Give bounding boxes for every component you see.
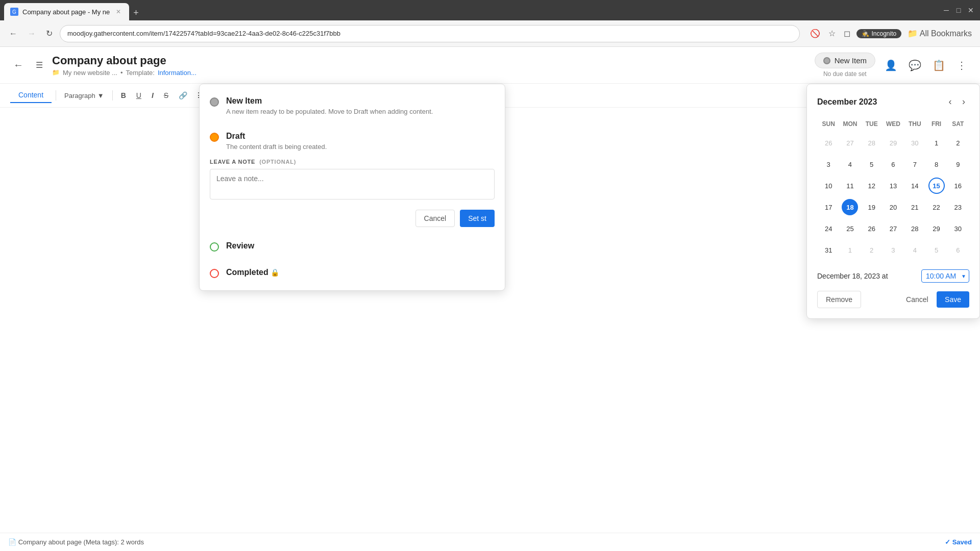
calendar-day[interactable]: 17 — [820, 199, 837, 215]
calendar-day[interactable]: 4 — [906, 242, 923, 258]
calendar-cell: 12 — [862, 176, 882, 196]
calendar-day[interactable]: 3 — [820, 156, 837, 172]
cancel-status-button[interactable]: Cancel — [415, 210, 455, 227]
task-icon-button[interactable]: 📋 — [929, 56, 948, 74]
calendar-day[interactable]: 5 — [864, 156, 880, 172]
calendar-cell: 15 — [926, 176, 946, 196]
active-tab[interactable]: G Company about page - My ne ✕ — [4, 3, 129, 20]
calendar-day[interactable]: 28 — [864, 135, 880, 151]
calendar-day[interactable]: 26 — [820, 135, 837, 151]
calendar-day[interactable]: 18 — [842, 199, 858, 215]
calendar-cell: 4 — [840, 154, 860, 174]
nav-bar: ← → ↻ moodjoy.gathercontent.com/item/174… — [0, 20, 980, 47]
calendar-day[interactable]: 11 — [842, 178, 858, 194]
calendar-cell: 9 — [948, 154, 968, 174]
calendar-day[interactable]: 6 — [950, 242, 966, 258]
hamburger-menu-button[interactable]: ☰ — [33, 57, 46, 73]
calendar-day[interactable]: 23 — [950, 199, 966, 215]
calendar-day[interactable]: 6 — [885, 156, 901, 172]
calendar-day[interactable]: 1 — [928, 135, 945, 151]
status-badge[interactable]: New Item — [815, 53, 875, 68]
address-bar[interactable]: moodjoy.gathercontent.com/item/17422574?… — [60, 25, 800, 42]
calendar-cell: 2 — [948, 133, 968, 153]
status-area: New Item No due date set — [815, 53, 875, 78]
new-tab-button[interactable]: + — [129, 6, 143, 20]
calendar-cell: 29 — [926, 218, 946, 239]
day-sun: SUN — [818, 118, 839, 132]
incognito-badge[interactable]: 🕵 Incognito — [856, 29, 901, 38]
calendar-day[interactable]: 27 — [885, 220, 901, 237]
calendar-day[interactable]: 10 — [820, 178, 837, 194]
forward-button[interactable]: → — [24, 26, 39, 41]
due-date-label[interactable]: No due date set — [823, 70, 867, 78]
calendar-cell: 13 — [883, 176, 903, 196]
maximize-button[interactable]: □ — [953, 5, 964, 15]
note-input[interactable] — [210, 169, 495, 199]
status-option-new-item[interactable]: New Item A new item ready to be populate… — [200, 88, 505, 123]
status-option-completed[interactable]: Completed 🔒 — [200, 260, 505, 286]
calendar-cell: 8 — [926, 154, 946, 174]
calendar-cell: 5 — [862, 154, 882, 174]
calendar-day[interactable]: 27 — [842, 135, 858, 151]
comment-icon-button[interactable]: 💬 — [905, 56, 924, 74]
time-select[interactable]: 10:00 AM 10:30 AM 11:00 AM 11:30 AM 12:0… — [921, 269, 969, 283]
calendar-day[interactable]: 16 — [950, 178, 966, 194]
status-option-review[interactable]: Review — [200, 233, 505, 260]
calendar-cell: 10 — [818, 176, 839, 196]
bookmark-icon[interactable]: ☆ — [826, 27, 838, 40]
calendar-day[interactable]: 30 — [950, 220, 966, 237]
calendar-day[interactable]: 12 — [864, 178, 880, 194]
status-option-draft[interactable]: Draft The content draft is being created… — [200, 123, 505, 159]
tab-close-button[interactable]: ✕ — [114, 7, 123, 16]
calendar-week-row: 10111213141516 — [818, 176, 968, 196]
save-calendar-button[interactable]: Save — [937, 291, 969, 308]
calendar-day[interactable]: 2 — [864, 242, 880, 258]
calendar-next-button[interactable]: › — [958, 94, 969, 109]
calendar-cell: 11 — [840, 176, 860, 196]
calendar-day[interactable]: 14 — [906, 178, 923, 194]
back-navigation-button[interactable]: ← — [10, 56, 27, 74]
calendar-day[interactable]: 24 — [820, 220, 837, 237]
reload-button[interactable]: ↻ — [43, 26, 56, 41]
calendar-day[interactable]: 29 — [928, 220, 945, 237]
profile-icon[interactable]: ◻ — [842, 27, 852, 40]
calendar-cell: 28 — [904, 218, 925, 239]
no-camera-icon[interactable]: 🚫 — [808, 27, 822, 40]
back-button[interactable]: ← — [6, 26, 20, 41]
calendar-day[interactable]: 3 — [885, 242, 901, 258]
calendar-day[interactable]: 29 — [885, 135, 901, 151]
tab-title: Company about page - My ne — [22, 8, 110, 16]
close-button[interactable]: ✕ — [966, 5, 976, 15]
breadcrumb-template-link[interactable]: Information... — [158, 69, 197, 77]
calendar-day[interactable]: 21 — [906, 199, 923, 215]
calendar-prev-button[interactable]: ‹ — [945, 94, 956, 109]
user-icon-button[interactable]: 👤 — [881, 56, 900, 74]
remove-date-button[interactable]: Remove — [817, 291, 861, 308]
calendar-day[interactable]: 9 — [950, 156, 966, 172]
calendar-day[interactable]: 15 — [928, 178, 945, 194]
calendar-day[interactable]: 13 — [885, 178, 901, 194]
calendar-day[interactable]: 8 — [928, 156, 945, 172]
calendar-day[interactable]: 25 — [842, 220, 858, 237]
minimize-button[interactable]: ─ — [941, 5, 951, 15]
calendar-day[interactable]: 1 — [842, 242, 858, 258]
more-options-button[interactable]: ⋮ — [953, 56, 970, 74]
calendar-day[interactable]: 7 — [906, 156, 923, 172]
calendar-day[interactable]: 26 — [864, 220, 880, 237]
calendar-day[interactable]: 5 — [928, 242, 945, 258]
calendar-day[interactable]: 2 — [950, 135, 966, 151]
calendar-day[interactable]: 28 — [906, 220, 923, 237]
bookmarks-folder-icon[interactable]: 📁 All Bookmarks — [905, 27, 974, 40]
calendar-cell: 22 — [926, 197, 946, 217]
cancel-calendar-button[interactable]: Cancel — [900, 291, 935, 308]
calendar-day[interactable]: 19 — [864, 199, 880, 215]
calendar-day[interactable]: 4 — [842, 156, 858, 172]
set-status-button[interactable]: Set st — [460, 210, 495, 227]
calendar-day[interactable]: 20 — [885, 199, 901, 215]
calendar-cell: 3 — [883, 240, 903, 260]
calendar-cell: 30 — [904, 133, 925, 153]
calendar-day[interactable]: 22 — [928, 199, 945, 215]
calendar-day[interactable]: 30 — [906, 135, 923, 151]
calendar-day[interactable]: 31 — [820, 242, 837, 258]
completed-info: Completed 🔒 — [226, 268, 495, 277]
